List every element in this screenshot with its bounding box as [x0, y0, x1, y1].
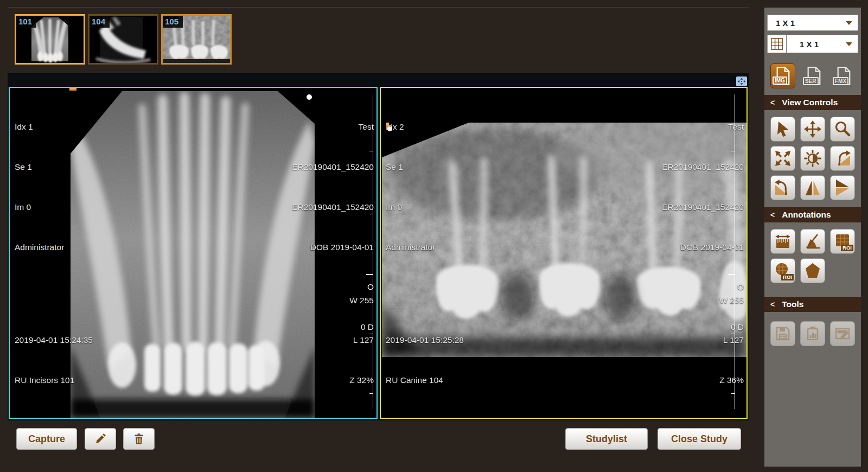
statistics-tool-button[interactable]: [800, 321, 825, 346]
study-id-label: ER20190401_152420: [662, 161, 744, 174]
thumbnail-101[interactable]: 101: [15, 14, 85, 65]
zoom-label: Z 32%: [349, 374, 374, 387]
zoom-label: Z 36%: [719, 374, 744, 387]
viewport2-info-topleft: Idx 2 Se 1 Im 0 Administrator: [386, 94, 435, 280]
magnify-tool-button[interactable]: [830, 117, 855, 142]
window-label: W 255: [719, 294, 744, 308]
fit-tool-button[interactable]: [770, 146, 795, 171]
image-label: Im 0: [386, 201, 435, 214]
delete-button[interactable]: [123, 428, 155, 450]
series-label: Se 1: [15, 161, 64, 174]
flip-horizontal-icon: [803, 178, 822, 197]
roi-badge: ROI: [781, 274, 794, 280]
viewport-1[interactable]: Idx 1 Se 1 Im 0 Administrator Test ER201…: [9, 87, 378, 419]
save-tool-button[interactable]: [770, 321, 795, 346]
capture-button[interactable]: Capture: [16, 428, 77, 450]
mode-ser-label: SER: [803, 77, 819, 85]
statistics-icon: [803, 324, 822, 343]
report-tool-button[interactable]: [830, 321, 855, 346]
close-study-button[interactable]: Close Study: [658, 428, 741, 450]
image-layout-dropdown[interactable]: 1 X 1: [787, 35, 858, 53]
patient-label: Test: [662, 120, 744, 134]
ruler-arrow-icon: [774, 232, 792, 251]
close-study-label: Close Study: [671, 433, 727, 445]
measure-angle-tool-button[interactable]: [800, 229, 825, 254]
series-id-label: ER20190401_152420: [662, 201, 744, 214]
viewer-canvas: Idx 1 Se 1 Im 0 Administrator Test ER201…: [8, 73, 749, 420]
trash-icon: [132, 432, 145, 445]
operator-label: Administrator: [15, 241, 64, 254]
viewport1-info-topleft: Idx 1 Se 1 Im 0 Administrator: [15, 94, 64, 280]
operator-label: Administrator: [386, 241, 435, 254]
flip-vertical-tool-button[interactable]: [830, 175, 855, 200]
pointer-tool-button[interactable]: [770, 117, 795, 142]
series-label: Se 1: [386, 161, 435, 174]
pan-tool-button[interactable]: [800, 117, 825, 142]
series-layout-dropdown[interactable]: 1 X 1: [767, 15, 858, 31]
section-tools[interactable]: < Tools: [764, 297, 861, 312]
orientation-tick-marker: [69, 88, 76, 91]
viewport-2[interactable]: Idx 2 Se 1 Im 0 Administrator Test ER201…: [380, 87, 748, 419]
contrast-sun-icon: [803, 149, 822, 168]
series-id-label: ER20190401_152420: [292, 201, 374, 214]
level-label: L 127: [719, 334, 744, 347]
dob-label: DOB 2019-04-01: [292, 241, 374, 254]
viewport1-info-bottomright: W 255 L 127 Z 32%: [349, 267, 374, 414]
study-id-label: ER20190401_152420: [292, 161, 374, 174]
section-title: Tools: [782, 299, 803, 309]
capture-label: Capture: [28, 433, 65, 445]
move-arrows-icon: [737, 78, 746, 85]
orientation-dot-marker: [307, 94, 312, 100]
level-label: L 127: [349, 334, 374, 347]
thumbnail-104[interactable]: 104: [88, 14, 158, 65]
save-icon: [774, 324, 792, 343]
window-level-tool-button[interactable]: [800, 146, 825, 171]
view-label: RU Canine 104: [386, 374, 464, 387]
flip-vertical-icon: [833, 178, 852, 197]
thumbnail-number: 101: [16, 16, 36, 28]
thumbnail-105[interactable]: 105: [161, 14, 232, 65]
mode-fmx-button[interactable]: FMX: [831, 63, 856, 88]
roi-badge: ROI: [841, 245, 853, 251]
rectangle-roi-tool-button[interactable]: ROI: [830, 229, 855, 254]
dob-label: DOB 2019-04-01: [662, 241, 744, 254]
expand-layout-icon[interactable]: [736, 76, 747, 86]
ellipse-roi-tool-button[interactable]: ROI: [770, 258, 795, 283]
polygon-roi-tool-button[interactable]: [800, 258, 825, 283]
mode-fmx-label: FMX: [833, 77, 848, 85]
section-title: View Controls: [782, 98, 838, 107]
scale-ruler: [373, 94, 373, 409]
rotate-right-icon: [833, 149, 852, 168]
angle-icon: [803, 232, 822, 251]
mode-img-label: IMG: [773, 76, 787, 85]
scale-ruler: [735, 94, 735, 409]
acquired-label: 2019-04-01 15:25:28: [386, 334, 464, 347]
patient-label: Test: [292, 120, 374, 134]
measure-length-tool-button[interactable]: [770, 229, 795, 254]
magnifier-icon: [833, 120, 852, 138]
orientation-dot-marker: [387, 126, 392, 131]
studylist-button[interactable]: Studylist: [565, 428, 648, 450]
rotate-right-tool-button[interactable]: [830, 146, 855, 171]
pointer-icon: [774, 120, 792, 138]
top-separator: [8, 7, 749, 8]
flip-horizontal-tool-button[interactable]: [800, 175, 825, 200]
collapse-chevron-icon: <: [770, 300, 775, 309]
mode-ser-button[interactable]: SER: [801, 63, 826, 88]
section-title: Annotations: [782, 210, 831, 220]
grid-icon: [770, 37, 783, 50]
rotate-left-tool-button[interactable]: [770, 175, 795, 200]
polygon-icon: [803, 261, 822, 280]
section-annotations[interactable]: < Annotations: [764, 207, 861, 222]
rotate-left-icon: [774, 178, 792, 197]
collapse-chevron-icon: <: [770, 98, 775, 107]
image-label: Im 0: [15, 201, 64, 214]
grid-layout-button[interactable]: [767, 35, 787, 53]
window-label: W 255: [349, 294, 374, 308]
edit-button[interactable]: [85, 428, 116, 450]
mode-img-button[interactable]: IMG: [770, 63, 795, 88]
viewport1-info-bottomleft: 2019-04-01 15:24:35 RU Incisors 101: [15, 307, 93, 414]
section-view-controls[interactable]: < View Controls: [764, 95, 861, 110]
pan-icon: [803, 120, 822, 138]
thumbnail-number: 105: [163, 16, 183, 28]
